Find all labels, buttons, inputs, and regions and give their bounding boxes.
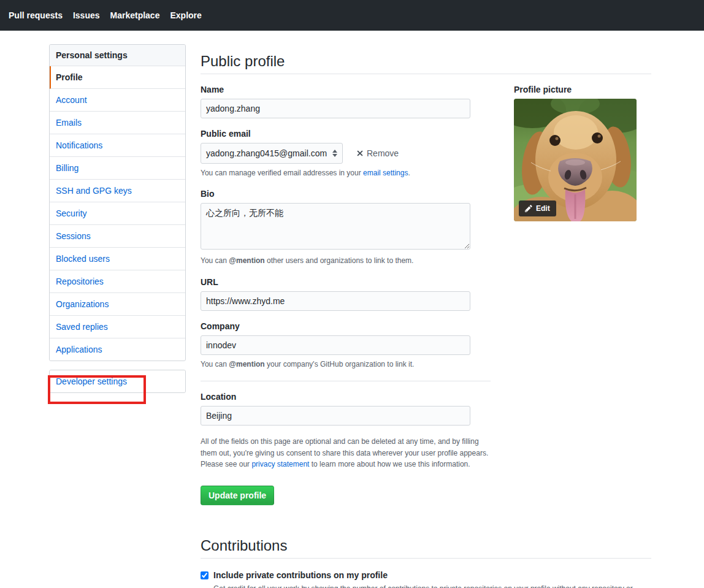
private-contributions-help: Get credit for all your work by showing … — [213, 583, 651, 588]
main-content: Public profile Name Public email yadong.… — [201, 44, 651, 588]
company-note-suffix: your company's GitHub organization to li… — [265, 360, 415, 368]
contributions-section: Contributions Include private contributi… — [201, 537, 651, 588]
private-contributions-label: Include private contributions on my prof… — [213, 570, 388, 580]
public-email-selected-value: yadong.zhang0415@gmail.com — [206, 148, 327, 158]
private-contributions-checkbox[interactable] — [201, 571, 209, 579]
nav-pull-requests[interactable]: Pull requests — [9, 10, 63, 20]
profile-picture-section: Profile picture — [514, 74, 637, 221]
sidebar-item-billing[interactable]: Billing — [50, 157, 185, 180]
pencil-icon — [525, 204, 532, 213]
edit-avatar-label: Edit — [536, 204, 550, 213]
settings-sidebar: Personal settings Profile Account Emails… — [49, 44, 186, 393]
url-input[interactable] — [201, 291, 470, 311]
sidebar-item-ssh-gpg-keys[interactable]: SSH and GPG keys — [50, 180, 185, 202]
sidebar-item-sessions[interactable]: Sessions — [50, 225, 185, 248]
remove-email-button[interactable]: Remove — [353, 148, 402, 159]
privacy-statement-link[interactable]: privacy statement — [251, 460, 309, 468]
bio-note-suffix: other users and organizations to link to… — [265, 256, 414, 265]
company-input[interactable] — [201, 335, 470, 355]
profile-picture-image[interactable]: Edit — [514, 99, 637, 221]
email-note: You can manage verified email addresses … — [201, 168, 491, 178]
sidebar-title: Personal settings — [50, 45, 185, 66]
nav-explore[interactable]: Explore — [170, 10, 201, 20]
sidebar-item-emails[interactable]: Emails — [50, 112, 185, 134]
bio-note-mention: @mention — [229, 256, 264, 265]
location-input[interactable] — [201, 406, 470, 426]
sidebar-item-profile[interactable]: Profile — [50, 66, 185, 89]
developer-settings-menu: Developer settings — [49, 370, 186, 393]
sidebar-item-security[interactable]: Security — [50, 202, 185, 225]
public-email-label: Public email — [201, 129, 491, 139]
sidebar-item-saved-replies[interactable]: Saved replies — [50, 316, 185, 338]
sidebar-item-developer-settings[interactable]: Developer settings — [50, 370, 185, 392]
select-caret-icon — [332, 150, 337, 157]
page-title: Public profile — [201, 53, 651, 74]
sidebar-item-applications[interactable]: Applications — [50, 338, 185, 361]
nav-issues[interactable]: Issues — [73, 10, 100, 20]
bio-note-prefix: You can — [201, 256, 229, 265]
sidebar-item-notifications[interactable]: Notifications — [50, 134, 185, 157]
profile-form: Name Public email yadong.zhang0415@gmail… — [201, 74, 491, 505]
top-navigation: Pull requests Issues Marketplace Explore — [0, 0, 704, 31]
personal-settings-menu: Personal settings Profile Account Emails… — [49, 44, 186, 361]
x-icon — [356, 149, 364, 158]
contributions-title: Contributions — [201, 537, 651, 559]
company-note-prefix: You can — [201, 360, 229, 368]
profile-disclaimer: All of the fields on this page are optio… — [201, 436, 491, 470]
edit-avatar-button[interactable]: Edit — [519, 200, 556, 216]
form-divider — [201, 381, 491, 381]
location-label: Location — [201, 392, 491, 402]
company-note: You can @mention your company's GitHub o… — [201, 359, 491, 370]
update-profile-button[interactable]: Update profile — [201, 486, 274, 505]
profile-picture-label: Profile picture — [514, 85, 637, 94]
sidebar-item-blocked-users[interactable]: Blocked users — [50, 248, 185, 270]
name-label: Name — [201, 85, 491, 94]
sidebar-item-organizations[interactable]: Organizations — [50, 293, 185, 316]
settings-page: Personal settings Profile Account Emails… — [0, 31, 704, 588]
company-label: Company — [201, 321, 491, 331]
sidebar-item-account[interactable]: Account — [50, 89, 185, 112]
bio-label: Bio — [201, 189, 491, 199]
company-note-mention: @mention — [229, 360, 264, 368]
bio-note: You can @mention other users and organiz… — [201, 256, 491, 266]
email-settings-link[interactable]: email settings — [363, 169, 408, 177]
remove-email-label: Remove — [367, 148, 399, 158]
name-input[interactable] — [201, 99, 470, 118]
nav-marketplace[interactable]: Marketplace — [110, 10, 160, 20]
email-note-period: . — [408, 169, 410, 177]
bio-textarea[interactable]: 心之所向，无所不能 — [201, 203, 470, 250]
disclaimer-text-2: to learn more about how we use this info… — [309, 460, 470, 468]
public-email-select[interactable]: yadong.zhang0415@gmail.com — [201, 143, 343, 164]
email-note-text: You can manage verified email addresses … — [201, 169, 363, 177]
url-label: URL — [201, 277, 491, 287]
sidebar-item-repositories[interactable]: Repositories — [50, 270, 185, 293]
